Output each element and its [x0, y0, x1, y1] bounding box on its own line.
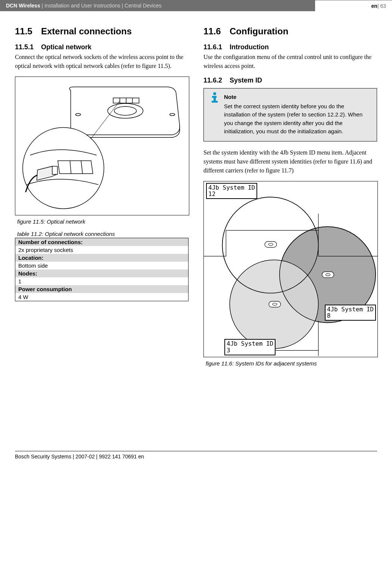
note-text: Set the correct system identity before y…	[224, 103, 363, 135]
table-row-value: Bottom side	[15, 262, 189, 270]
note-label: Note	[224, 93, 371, 102]
system-ids-illustration	[204, 181, 377, 357]
table-row-value: 4 W	[15, 293, 189, 301]
heading-title: Configuration	[230, 26, 288, 36]
product-name: DCN Wireless	[6, 3, 40, 9]
note-box: Note Set the correct system identity bef…	[203, 88, 377, 141]
lcd-label-system-8: 4Jb System ID 8	[325, 305, 376, 321]
table-caption: table 11.2: Optical network connections	[17, 231, 189, 237]
svg-point-1	[170, 113, 175, 116]
right-column: 11.6Configuration 11.6.1Introduction Use…	[203, 22, 377, 373]
heading-number: 11.5	[15, 26, 41, 37]
table-row-label: Nodes:	[15, 270, 189, 277]
figure-caption: figure 11.6: System IDs for adjacent sys…	[206, 360, 377, 367]
optical-network-table: Number of connections: 2x proprietary so…	[15, 238, 189, 301]
header-bar: DCN Wireless | Installation and User Ins…	[0, 0, 392, 11]
page-content: 11.5External connections 11.5.1Optical n…	[0, 11, 392, 376]
svg-point-27	[273, 303, 277, 305]
breadcrumb-text: | Installation and User Instructions | C…	[40, 3, 162, 9]
lcd-label-system-3: 4Jb System ID 3	[224, 339, 276, 355]
heading-title: Optical network	[41, 43, 91, 51]
heading-number: 11.6.2	[203, 77, 230, 84]
subsection-heading-11-5-1: 11.5.1Optical network	[15, 43, 189, 51]
svg-point-25	[326, 273, 330, 275]
section-heading-11-5: 11.5External connections	[15, 26, 189, 37]
info-icon	[209, 91, 220, 103]
header-page: en | 63	[315, 0, 392, 12]
table-row-value: 1	[15, 277, 189, 285]
heading-number: 11.6.1	[203, 43, 230, 51]
heading-title: External connections	[41, 26, 132, 36]
heading-number: 11.6	[203, 26, 230, 37]
paragraph: Use the configuration menu of the centra…	[203, 53, 377, 71]
heading-title: Introduction	[230, 43, 269, 51]
table-row-value: 2x proprietary sockets	[15, 246, 189, 254]
svg-point-3	[114, 106, 136, 115]
footer: Bosch Security Systems | 2007-02 | 9922 …	[15, 451, 377, 460]
svg-rect-12	[52, 166, 57, 174]
table-row-label: Location:	[15, 254, 189, 262]
paragraph: Set the system identity with the 4Jb Sys…	[203, 148, 377, 175]
figure-caption: figure 11.5: Optical network	[17, 218, 189, 225]
svg-rect-16	[212, 101, 218, 103]
figure-11-6: 4Jb System ID 12 4Jb System ID 8 4Jb Sys…	[203, 181, 378, 357]
optical-network-illustration	[15, 77, 189, 215]
heading-title: System ID	[230, 77, 262, 84]
figure-11-5	[15, 77, 189, 215]
svg-point-0	[75, 113, 81, 116]
left-column: 11.5External connections 11.5.1Optical n…	[15, 22, 189, 373]
section-heading-11-6: 11.6Configuration	[203, 26, 377, 37]
header-breadcrumb: DCN Wireless | Installation and User Ins…	[0, 3, 315, 9]
lcd-label-system-12: 4Jb System ID 12	[206, 183, 257, 199]
subsection-heading-11-6-2: 11.6.2System ID	[203, 77, 377, 84]
svg-point-13	[213, 92, 216, 95]
svg-point-23	[268, 243, 273, 245]
page-number: | 63	[377, 3, 386, 9]
lang-label: en	[371, 3, 377, 9]
heading-number: 11.5.1	[15, 43, 41, 51]
table-row-label: Power consumption	[15, 285, 189, 293]
table-row-label: Number of connections:	[15, 238, 189, 246]
subsection-heading-11-6-1: 11.6.1Introduction	[203, 43, 377, 51]
paragraph: Connect the optical network sockets of t…	[15, 53, 189, 71]
note-content: Note Set the correct system identity bef…	[224, 93, 371, 136]
